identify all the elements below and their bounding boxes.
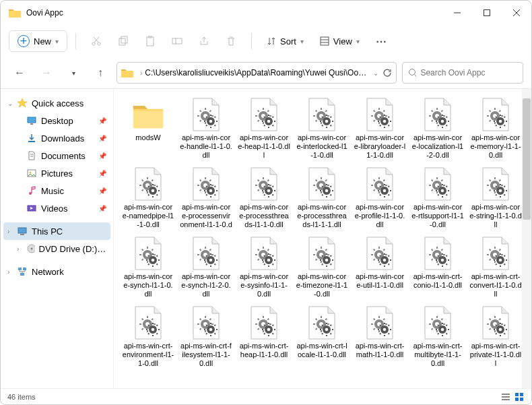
icons-view-button[interactable] [514,392,525,402]
folder-item[interactable]: modsW [121,96,176,161]
svg-rect-93 [502,399,510,400]
dll-icon [479,305,512,340]
file-item[interactable]: api-ms-win-core-localization-l1-2-0.dll [410,96,465,161]
scrollbar[interactable] [522,89,531,388]
file-item[interactable]: api-ms-win-crt-math-l1-1-0.dll [352,304,407,369]
svg-point-90 [499,328,502,332]
dll-icon [479,166,512,201]
dll-icon [132,166,164,201]
svg-rect-1 [484,10,490,16]
file-item[interactable]: api-ms-win-crt-convert-l1-1-0.dll [468,235,523,300]
svg-rect-92 [502,396,510,398]
sidebar-item-label: DVD Drive (D:) CCCC [39,244,106,254]
separator [75,33,76,49]
chevron-down-icon[interactable]: ⌄ [373,69,378,77]
sidebar-quick-access[interactable]: ⌄ Quick access [3,94,110,112]
forward-button[interactable]: → [36,62,57,84]
svg-rect-21 [30,123,33,125]
file-item[interactable]: api-ms-win-core-processthreads-l1-1-0.dl… [236,165,292,230]
share-button[interactable] [192,29,216,53]
search-input[interactable] [420,68,517,77]
sidebar-item-videos[interactable]: Videos📌 [3,199,110,217]
view-button[interactable]: View ▾ [313,32,366,51]
dll-icon [364,97,396,132]
file-item[interactable]: api-ms-win-core-libraryloader-l1-1-0.dll [352,96,407,161]
sort-button[interactable]: Sort ▾ [260,32,310,51]
address-path: C:\Users\karolisliucveikis\AppData\Roami… [145,68,369,77]
file-item[interactable]: api-ms-win-core-processthreads-l1-1-1.dl… [294,165,350,230]
pin-icon: 📌 [98,170,106,177]
file-item[interactable]: api-ms-win-core-handle-l1-1-0.dll [178,96,234,161]
statusbar: 46 items [1,388,531,404]
sidebar-dvd-drive[interactable]: › DVD Drive (D:) CCCC [3,240,110,257]
dll-icon [364,236,396,271]
chevron-right-icon[interactable]: › [17,245,19,253]
svg-point-33 [31,248,33,250]
file-item[interactable]: api-ms-win-core-processenvironment-l1-1-… [178,165,234,230]
search-box[interactable] [402,62,523,84]
file-label: api-ms-win-core-processthreads-l1-1-1.dl… [296,203,348,229]
sidebar-item-documents[interactable]: Documents📌 [3,147,110,164]
chevron-down-icon[interactable]: ⌄ [7,100,13,107]
more-button[interactable]: ⋯ [369,29,393,53]
file-item[interactable]: api-ms-win-crt-multibyte-l1-1-0.dll [410,304,465,369]
maximize-button[interactable] [472,1,502,25]
back-button[interactable]: ← [9,62,30,84]
minimize-button[interactable] [442,1,472,25]
delete-button[interactable] [219,29,243,53]
file-item[interactable]: api-ms-win-core-interlocked-l1-1-0.dll [294,96,350,161]
dll-icon [190,166,222,201]
chevron-right-icon[interactable]: › [7,228,9,235]
file-label: api-ms-win-crt-conio-l1-1-0.dll [411,272,464,290]
address-bar[interactable]: › C:\Users\karolisliucveikis\AppData\Roa… [117,62,397,84]
copy-button[interactable] [111,29,135,53]
sidebar-item-music[interactable]: Music📌 [3,182,110,199]
item-count: 46 items [7,393,36,401]
sidebar-item-pictures[interactable]: Pictures📌 [3,164,110,182]
file-item[interactable]: api-ms-win-core-heap-l1-1-0.dll [236,96,292,161]
file-item[interactable]: api-ms-win-core-memory-l1-1-0.dll [468,96,523,161]
file-item[interactable]: api-ms-win-core-sysinfo-l1-1-0.dll [236,235,292,300]
svg-point-74 [441,259,444,262]
sidebar-network[interactable]: › Network [3,263,110,280]
chevron-right-icon[interactable]: › [7,268,9,276]
file-item[interactable]: api-ms-win-core-profile-l1-1-0.dll [352,165,407,230]
file-item[interactable]: api-ms-win-crt-heap-l1-1-0.dll [236,304,292,369]
paste-button[interactable] [138,29,162,53]
new-button[interactable]: + New ▾ [9,30,67,52]
sidebar-this-pc[interactable]: › This PC [3,222,110,240]
file-item[interactable]: api-ms-win-core-util-l1-1-0.dll [352,235,407,300]
refresh-button[interactable] [383,68,392,77]
content-pane[interactable]: modsWapi-ms-win-core-handle-l1-1-0.dllap… [114,89,531,376]
svg-point-82 [267,328,271,332]
svg-rect-10 [147,37,154,46]
file-item[interactable]: api-ms-win-crt-conio-l1-1-0.dll [410,235,465,300]
network-icon [17,266,28,277]
scrollbar-thumb[interactable] [523,98,531,220]
pictures-icon [26,168,37,179]
dll-icon [190,236,222,271]
file-item[interactable]: api-ms-win-crt-environment-l1-1-0.dll [121,304,176,369]
file-item[interactable]: api-ms-win-core-string-l1-1-0.dll [468,165,523,230]
file-item[interactable]: api-ms-win-crt-locale-l1-1-0.dll [294,304,350,369]
file-item[interactable]: api-ms-win-core-synch-l1-2-0.dll [178,235,234,300]
recent-button[interactable]: ▾ [63,62,84,84]
sidebar-item-label: Downloads [41,133,84,144]
file-item[interactable]: api-ms-win-core-timezone-l1-1-0.dll [294,235,350,300]
details-view-button[interactable] [500,392,511,402]
svg-rect-8 [119,38,125,45]
sidebar-item-downloads[interactable]: Downloads📌 [3,129,110,147]
file-item[interactable]: api-ms-win-crt-filesystem-l1-1-0.dll [178,304,234,369]
close-button[interactable] [502,1,531,25]
file-item[interactable]: api-ms-win-core-rtlsupport-l1-1-0.dll [410,165,465,230]
cut-button[interactable] [84,29,108,53]
sidebar-item-desktop[interactable]: Desktop📌 [3,112,110,129]
file-label: api-ms-win-crt-filesystem-l1-1-0.dll [180,342,232,368]
file-item[interactable]: api-ms-win-core-synch-l1-1-0.dll [121,235,176,300]
up-button[interactable]: ↑ [90,62,111,84]
svg-rect-22 [28,141,35,142]
file-item[interactable]: api-ms-win-crt-private-l1-1-0.dll [468,304,523,369]
file-item[interactable]: api-ms-win-core-namedpipe-l1-1-0.dll [121,165,176,230]
svg-point-38 [209,120,213,123]
rename-button[interactable] [165,29,189,53]
